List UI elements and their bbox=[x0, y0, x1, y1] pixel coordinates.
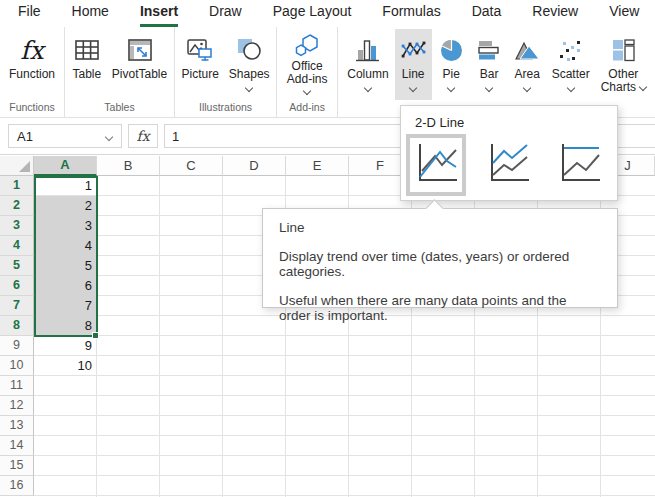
tooltip-title: Line bbox=[279, 220, 601, 235]
cell-A5[interactable]: 5 bbox=[34, 256, 97, 276]
picture-button[interactable]: Picture bbox=[177, 29, 224, 100]
line-chart-option[interactable] bbox=[406, 134, 466, 196]
column-chart-button[interactable]: Column bbox=[342, 29, 393, 100]
tab-file[interactable]: File bbox=[18, 3, 41, 27]
row-headers: 1 2 3 4 5 6 7 8 9 10 11 12 13 14 15 16 bbox=[0, 176, 34, 496]
row-header-10[interactable]: 10 bbox=[0, 356, 34, 376]
ribbon-group-charts: Column Line bbox=[338, 27, 655, 117]
group-label-functions: Functions bbox=[0, 100, 64, 117]
tooltip-usage-note: Useful when there are many data points a… bbox=[279, 293, 601, 323]
pie-chart-label: Pie bbox=[442, 68, 459, 81]
line-chart-icon bbox=[400, 32, 427, 68]
row-header-9[interactable]: 9 bbox=[0, 336, 34, 356]
area-chart-icon bbox=[514, 32, 541, 68]
stacked-line-thumbnail-icon bbox=[485, 141, 531, 185]
column-chart-label: Column bbox=[347, 68, 388, 81]
shapes-button[interactable]: Shapes bbox=[224, 29, 275, 100]
area-chart-button[interactable]: Area bbox=[509, 29, 546, 100]
chevron-down-icon bbox=[364, 84, 372, 92]
select-all-triangle-icon bbox=[19, 161, 30, 172]
tab-data[interactable]: Data bbox=[472, 3, 502, 27]
pie-chart-icon bbox=[438, 32, 465, 68]
group-label-tables: Tables bbox=[65, 100, 174, 117]
office-addins-label-line2: Add-ins bbox=[287, 73, 328, 86]
cell-A6[interactable]: 6 bbox=[34, 276, 97, 296]
row-header-11[interactable]: 11 bbox=[0, 376, 34, 396]
office-addins-button[interactable]: Office Add-ins bbox=[282, 29, 333, 100]
pivottable-button[interactable]: PivotTable bbox=[107, 29, 172, 100]
row-header-13[interactable]: 13 bbox=[0, 416, 34, 436]
cell-A1[interactable]: 1 bbox=[34, 176, 97, 196]
select-all-button[interactable] bbox=[0, 156, 34, 176]
row-header-14[interactable]: 14 bbox=[0, 436, 34, 456]
fx-icon: fx bbox=[20, 32, 43, 68]
cell-A8[interactable]: 8 bbox=[34, 316, 97, 336]
row-header-2[interactable]: 2 bbox=[0, 196, 34, 216]
chevron-down-icon bbox=[105, 133, 113, 141]
tab-insert[interactable]: Insert bbox=[140, 3, 178, 27]
function-button[interactable]: fx Function bbox=[4, 29, 60, 100]
row-header-4[interactable]: 4 bbox=[0, 236, 34, 256]
scatter-chart-label: Scatter bbox=[552, 68, 590, 81]
hundred-pct-stacked-line-thumbnail-icon bbox=[556, 141, 602, 185]
table-label: Table bbox=[73, 68, 102, 81]
line-chart-button[interactable]: Line bbox=[395, 29, 432, 100]
name-box-value: A1 bbox=[17, 129, 33, 144]
column-header-A[interactable]: A bbox=[34, 156, 97, 176]
line-thumbnail-icon bbox=[413, 141, 459, 185]
bar-chart-icon bbox=[476, 32, 503, 68]
tab-view[interactable]: View bbox=[609, 3, 639, 27]
tab-formulas[interactable]: Formulas bbox=[382, 3, 440, 27]
row-header-1[interactable]: 1 bbox=[0, 176, 34, 196]
pie-chart-button[interactable]: Pie bbox=[433, 29, 470, 100]
hundred-pct-stacked-line-chart-option[interactable] bbox=[550, 135, 608, 195]
picture-label: Picture bbox=[182, 68, 219, 81]
row-header-16[interactable]: 16 bbox=[0, 476, 34, 496]
column-header-D[interactable]: D bbox=[223, 156, 286, 176]
insert-function-button[interactable]: fx bbox=[128, 124, 158, 148]
menu-bar: File Home Insert Draw Page Layout Formul… bbox=[0, 0, 655, 27]
chevron-down-icon bbox=[485, 84, 493, 92]
tab-page-layout[interactable]: Page Layout bbox=[273, 3, 352, 27]
column-header-C[interactable]: C bbox=[160, 156, 223, 176]
row-header-5[interactable]: 5 bbox=[0, 256, 34, 276]
line-chart-tooltip: Line Display trend over time (dates, yea… bbox=[262, 208, 618, 308]
tab-draw[interactable]: Draw bbox=[209, 3, 242, 27]
group-label-addins: Add-ins bbox=[277, 100, 337, 117]
bar-chart-button[interactable]: Bar bbox=[471, 29, 508, 100]
cell-A2[interactable]: 2 bbox=[34, 196, 97, 216]
chevron-down-icon bbox=[409, 84, 417, 92]
cell-A10[interactable]: 10 bbox=[34, 356, 97, 376]
row-header-3[interactable]: 3 bbox=[0, 216, 34, 236]
cell-A4[interactable]: 4 bbox=[34, 236, 97, 256]
scatter-chart-button[interactable]: Scatter bbox=[547, 29, 595, 100]
cell-A3[interactable]: 3 bbox=[34, 216, 97, 236]
tab-home[interactable]: Home bbox=[72, 3, 109, 27]
column-header-B[interactable]: B bbox=[97, 156, 160, 176]
chevron-down-icon bbox=[245, 84, 253, 92]
fill-handle[interactable] bbox=[92, 332, 99, 339]
row-header-15[interactable]: 15 bbox=[0, 456, 34, 476]
row-header-12[interactable]: 12 bbox=[0, 396, 34, 416]
table-icon bbox=[72, 32, 102, 68]
cell-A9[interactable]: 9 bbox=[34, 336, 97, 356]
scatter-chart-icon bbox=[557, 32, 584, 68]
column-header-E[interactable]: E bbox=[286, 156, 349, 176]
dropdown-items bbox=[406, 134, 617, 196]
table-button[interactable]: Table bbox=[67, 29, 107, 100]
chevron-down-icon bbox=[566, 84, 574, 92]
row-header-8[interactable]: 8 bbox=[0, 316, 34, 336]
stacked-line-chart-option[interactable] bbox=[479, 135, 537, 195]
ribbon-group-addins: Office Add-ins Add-ins bbox=[277, 27, 338, 117]
chevron-down-icon bbox=[303, 87, 311, 95]
area-chart-label: Area bbox=[514, 68, 539, 81]
cell-A7[interactable]: 7 bbox=[34, 296, 97, 316]
other-charts-label-line2: Charts bbox=[601, 81, 646, 94]
name-box[interactable]: A1 bbox=[8, 124, 122, 148]
function-label: Function bbox=[9, 68, 55, 81]
bar-chart-label: Bar bbox=[480, 68, 499, 81]
other-charts-button[interactable]: Other Charts bbox=[596, 29, 651, 100]
tab-review[interactable]: Review bbox=[532, 3, 578, 27]
row-header-6[interactable]: 6 bbox=[0, 276, 34, 296]
row-header-7[interactable]: 7 bbox=[0, 296, 34, 316]
